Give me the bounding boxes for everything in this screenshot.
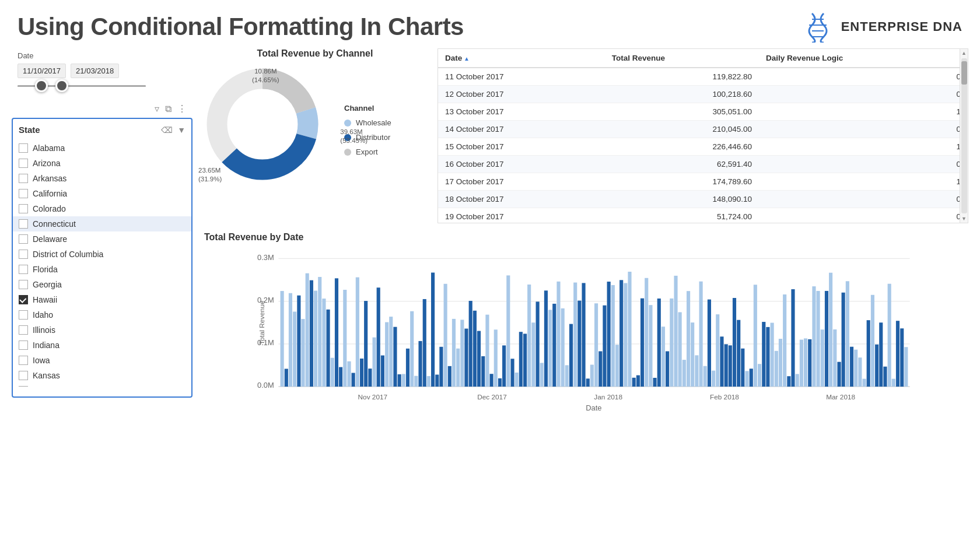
state-label-10: Hawaii <box>33 295 57 304</box>
cell-logic: 0 <box>759 121 968 138</box>
date-slider[interactable] <box>18 83 187 89</box>
bar-46 <box>473 311 477 387</box>
state-label-13: Indiana <box>33 341 60 350</box>
checkbox-arizona[interactable] <box>19 159 28 168</box>
bar-139 <box>863 379 866 387</box>
col-revenue[interactable]: Total Revenue <box>605 49 759 68</box>
table-scrollbar[interactable]: ▲ ▼ <box>960 49 968 223</box>
donut-svg-container: 10.86M (14.65%) 39.63M (53.45%) 23.65M (… <box>204 66 332 194</box>
checkbox-idaho[interactable] <box>19 310 28 320</box>
bar-71 <box>578 301 581 387</box>
bar-37 <box>435 375 439 387</box>
checkbox-illinois[interactable] <box>19 325 28 335</box>
state-item-colorado[interactable]: Colorado <box>13 201 191 216</box>
bar-105 <box>720 336 723 387</box>
date-inputs: 11/10/2017 21/03/2018 <box>18 64 187 78</box>
state-label-2: Arkansas <box>33 174 66 183</box>
expand-icon[interactable]: ⧉ <box>165 104 172 114</box>
checkbox-colorado[interactable] <box>19 204 28 213</box>
bar-138 <box>858 357 862 387</box>
col-logic[interactable]: Daily Revenue Logic <box>759 49 968 68</box>
dropdown-icon[interactable]: ▼ <box>177 125 186 135</box>
bar-27 <box>393 327 397 387</box>
scroll-thumb[interactable] <box>961 61 967 85</box>
state-item-illinois[interactable]: Illinois <box>13 322 191 338</box>
checkbox-connecticut[interactable] <box>19 219 28 229</box>
state-list[interactable]: AlabamaArizonaArkansasCaliforniaColorado… <box>13 139 191 387</box>
more-icon[interactable]: ⋮ <box>177 103 187 114</box>
bar-14 <box>339 367 342 387</box>
bar-42 <box>456 349 460 387</box>
state-item-delaware[interactable]: Delaware <box>13 231 191 247</box>
cell-logic: 0 <box>759 68 968 86</box>
state-item-arizona[interactable]: Arizona <box>13 156 191 171</box>
checkbox-iowa[interactable] <box>19 356 28 365</box>
state-item-idaho[interactable]: Idaho <box>13 307 191 322</box>
state-item-california[interactable]: California <box>13 186 191 201</box>
date-start-input[interactable]: 11/10/2017 <box>18 64 66 78</box>
date-end-input[interactable]: 21/03/2018 <box>71 64 119 78</box>
checkbox-georgia[interactable] <box>19 280 28 289</box>
bar-33 <box>418 341 422 387</box>
filter-icon[interactable]: ▿ <box>155 103 159 114</box>
bar-40 <box>448 366 452 387</box>
bar-94 <box>674 276 677 387</box>
bar-117 <box>771 323 774 387</box>
state-item-georgia[interactable]: Georgia <box>13 277 191 292</box>
bar-116 <box>766 327 769 387</box>
table-row: 13 October 2017305,051.001 <box>438 103 968 121</box>
bar-111 <box>745 371 748 387</box>
scroll-down-arrow[interactable]: ▼ <box>960 215 968 223</box>
bar-28 <box>398 374 401 387</box>
slider-handle-left[interactable] <box>35 79 48 92</box>
state-item-alabama[interactable]: Alabama <box>13 141 191 156</box>
bar-126 <box>808 339 811 387</box>
state-label-3: California <box>33 189 67 198</box>
bar-93 <box>670 299 673 387</box>
checkbox-delaware[interactable] <box>19 234 28 244</box>
dna-logo-icon <box>800 10 835 43</box>
scroll-up-arrow[interactable]: ▲ <box>960 49 968 57</box>
checkbox-kentucky[interactable] <box>19 386 28 387</box>
checkbox-arkansas[interactable] <box>19 174 28 183</box>
date-filter-label: Date <box>18 51 187 60</box>
bar-65 <box>552 304 556 387</box>
bar-39 <box>444 284 447 387</box>
bar-89 <box>653 378 656 387</box>
checkbox-district-of-columbia[interactable] <box>19 250 28 259</box>
bar-15 <box>343 290 346 387</box>
state-item-kentucky[interactable]: Kentucky <box>13 383 191 387</box>
table-row: 17 October 2017174,789.601 <box>438 173 968 191</box>
bar-8 <box>314 291 317 387</box>
bar-30 <box>406 349 410 387</box>
checkbox-california[interactable] <box>19 189 28 198</box>
state-item-district-of-columbia[interactable]: District of Columbia <box>13 247 191 262</box>
bar-84 <box>632 378 636 387</box>
state-item-kansas[interactable]: Kansas <box>13 368 191 383</box>
state-label-14: Iowa <box>33 356 50 365</box>
bar-113 <box>754 285 757 387</box>
checkbox-alabama[interactable] <box>19 143 28 153</box>
state-item-arkansas[interactable]: Arkansas <box>13 171 191 186</box>
legend-item-export: Export <box>344 148 391 156</box>
checkbox-florida[interactable] <box>19 265 28 274</box>
bar-77 <box>603 306 606 387</box>
state-item-connecticut[interactable]: Connecticut <box>13 216 191 231</box>
donut-section: Total Revenue by Channel 10.86M (14.65%)… <box>204 48 426 194</box>
cell-revenue: 210,045.00 <box>605 121 759 138</box>
checkbox-indiana[interactable] <box>19 341 28 350</box>
svg-text:Dec 2017: Dec 2017 <box>477 393 507 401</box>
page-header: Using Conditional Formatting In Charts E… <box>0 0 980 48</box>
state-item-hawaii[interactable]: Hawaii <box>13 292 191 307</box>
slider-handle-right[interactable] <box>55 79 68 92</box>
bar-chart-svg: 0.3M 0.2M 0.1M 0.0M Total Revenue <box>204 247 968 410</box>
checkbox-kansas[interactable] <box>19 371 28 380</box>
col-date[interactable]: Date <box>438 49 605 68</box>
state-item-iowa[interactable]: Iowa <box>13 353 191 368</box>
checkbox-hawaii[interactable] <box>19 295 28 304</box>
state-item-indiana[interactable]: Indiana <box>13 338 191 353</box>
eraser-icon[interactable]: ⌫ <box>161 125 173 135</box>
bar-17 <box>352 373 355 387</box>
state-item-florida[interactable]: Florida <box>13 262 191 277</box>
legend-item-wholesale: Wholesale <box>344 118 391 127</box>
